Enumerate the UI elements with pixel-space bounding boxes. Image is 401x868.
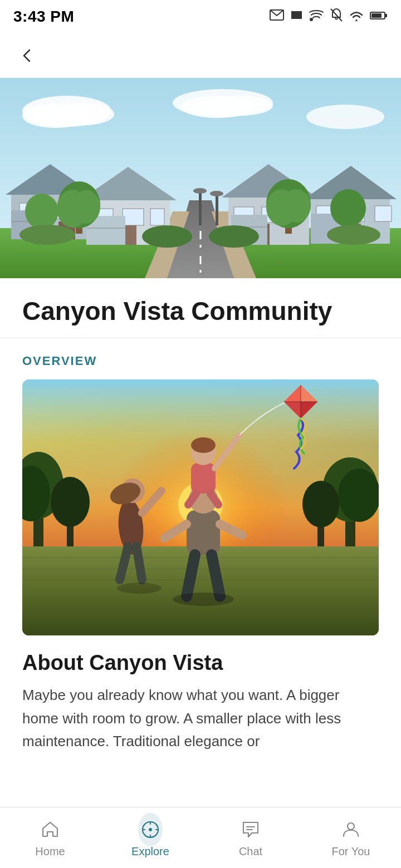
svg-rect-1 <box>292 12 293 18</box>
svg-point-86 <box>51 477 90 527</box>
battery-icon <box>370 9 388 24</box>
svg-point-118 <box>117 583 162 594</box>
chat-nav-label: Chat <box>239 845 262 858</box>
svg-point-59 <box>72 190 100 224</box>
explore-icon <box>138 817 163 842</box>
status-bar: 3:43 PM <box>0 0 401 33</box>
mail-icon <box>270 9 284 24</box>
svg-point-14 <box>53 103 114 125</box>
svg-point-71 <box>210 191 223 196</box>
about-canyon-vista-title: About Canyon Vista <box>22 651 379 675</box>
svg-point-6 <box>310 18 312 21</box>
about-section: About Canyon Vista Maybe you already kno… <box>0 635 401 753</box>
overview-label: OVERVIEW <box>0 338 401 379</box>
svg-point-88 <box>302 481 339 527</box>
svg-point-121 <box>149 828 152 831</box>
svg-rect-99 <box>187 510 220 555</box>
svg-rect-37 <box>150 209 164 225</box>
svg-point-18 <box>306 105 384 129</box>
header <box>0 33 401 78</box>
svg-rect-70 <box>216 195 218 225</box>
nav-item-chat[interactable]: Chat <box>200 813 301 862</box>
svg-rect-36 <box>123 209 144 225</box>
svg-point-67 <box>330 189 366 227</box>
status-icons <box>270 8 388 26</box>
svg-rect-53 <box>375 206 392 221</box>
nav-item-home[interactable]: Home <box>0 813 100 862</box>
svg-rect-5 <box>301 12 301 18</box>
svg-point-84 <box>338 468 379 522</box>
barcode-focus-icon <box>290 8 303 25</box>
bottom-nav: Home Explore <box>0 807 401 868</box>
chat-icon <box>238 817 263 842</box>
svg-rect-9 <box>385 14 387 17</box>
nav-item-explore[interactable]: Explore <box>100 813 200 862</box>
svg-rect-10 <box>371 13 382 18</box>
mute-icon <box>330 8 343 26</box>
svg-point-75 <box>327 225 380 245</box>
svg-rect-68 <box>199 192 202 225</box>
svg-point-128 <box>348 823 354 830</box>
svg-point-65 <box>25 194 58 229</box>
svg-point-74 <box>19 225 75 245</box>
status-time: 3:43 PM <box>13 8 74 26</box>
svg-point-69 <box>193 188 207 194</box>
svg-rect-89 <box>22 546 379 635</box>
home-icon <box>38 817 62 842</box>
overview-image <box>22 379 379 635</box>
svg-rect-3 <box>296 12 297 18</box>
title-section: Canyon Vista Community <box>0 278 401 338</box>
svg-point-17 <box>206 96 273 116</box>
for-you-nav-label: For You <box>332 845 370 858</box>
nav-item-for-you[interactable]: For You <box>301 813 401 862</box>
back-button[interactable] <box>13 42 41 70</box>
wifi-icon <box>349 9 364 24</box>
svg-line-98 <box>136 546 142 580</box>
svg-point-119 <box>173 593 234 606</box>
svg-rect-4 <box>299 12 300 18</box>
explore-nav-label: Explore <box>131 845 169 858</box>
svg-point-73 <box>209 225 259 248</box>
about-canyon-vista-text: Maybe you already know what you want. A … <box>22 684 379 753</box>
content: Canyon Vista Community OVERVIEW <box>0 278 401 820</box>
svg-point-72 <box>142 225 192 248</box>
svg-rect-2 <box>294 12 295 18</box>
home-nav-label: Home <box>35 845 65 858</box>
svg-point-63 <box>282 189 311 223</box>
cast-icon <box>309 9 324 24</box>
svg-point-107 <box>191 437 216 453</box>
hero-image <box>0 78 401 278</box>
community-title: Canyon Vista Community <box>22 296 379 327</box>
for-you-icon <box>339 817 363 842</box>
